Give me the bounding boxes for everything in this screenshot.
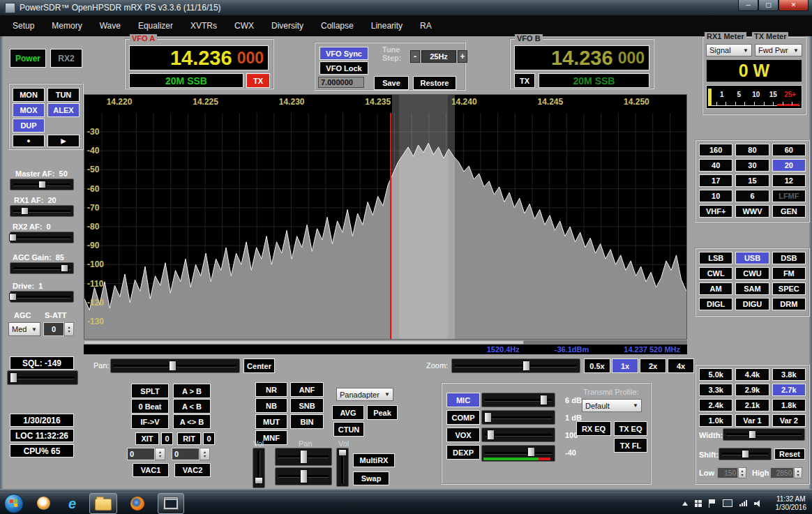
vac1-button[interactable]: VAC1 (133, 463, 169, 477)
mic-button[interactable]: MIC (446, 393, 480, 407)
slider-thumb[interactable] (9, 234, 17, 241)
anf-button[interactable]: ANF (290, 382, 324, 397)
filter-button-2.9k[interactable]: 2.9k (735, 384, 769, 396)
band-button-80[interactable]: 80 (735, 144, 769, 156)
speaker-icon[interactable] (754, 500, 762, 507)
bin-button[interactable]: BIN (290, 414, 324, 429)
if-to-v-button[interactable]: IF->V (131, 414, 169, 429)
mode-button-cwu[interactable]: CWU (735, 267, 769, 280)
mox-button[interactable]: MOX (13, 103, 45, 117)
mode-button-spec[interactable]: SPEC (772, 282, 806, 295)
taskbar-item-internet-explorer[interactable]: e (63, 494, 81, 513)
zero-beat-button[interactable]: 0 Beat (131, 399, 169, 414)
close-button[interactable]: ✕ (779, 0, 809, 11)
band-button-gen[interactable]: GEN (772, 205, 806, 218)
mode-button-fm[interactable]: FM (772, 267, 806, 280)
mode-button-drm[interactable]: DRM (772, 298, 806, 310)
menu-xvtrs[interactable]: XVTRs (190, 21, 217, 31)
sql-slider[interactable] (7, 370, 78, 385)
dexp-button[interactable]: DEXP (446, 445, 480, 460)
zoom-4x-button[interactable]: 4x (668, 358, 694, 373)
zoom-slider[interactable] (451, 358, 580, 373)
rit-button[interactable]: RIT (177, 432, 201, 445)
save-button[interactable]: Save (374, 76, 409, 90)
taskbar-item-firefox[interactable] (126, 494, 149, 513)
network-signal-icon[interactable] (739, 500, 747, 506)
a-to-b-button[interactable]: A > B (173, 384, 211, 398)
mode-button-digu[interactable]: DIGU (735, 298, 769, 310)
start-button[interactable] (4, 494, 24, 513)
rx2-button[interactable]: RX2 (50, 49, 82, 68)
filter-button-4.4k[interactable]: 4.4k (735, 368, 769, 381)
vfo-sync-button[interactable]: VFO Sync (319, 47, 368, 60)
nb-button[interactable]: NB (255, 398, 287, 413)
vol2-slider[interactable] (336, 448, 349, 487)
band-button-vhf+[interactable]: VHF+ (699, 205, 732, 218)
tune-step-minus-button[interactable]: - (410, 50, 420, 63)
filter-button-5.0k[interactable]: 5.0k (699, 368, 732, 381)
tune-step-plus-button[interactable]: + (458, 50, 467, 63)
slider-thumb[interactable] (61, 264, 68, 272)
transmit-profile-select[interactable]: Default▼ (582, 399, 642, 412)
slider-thumb[interactable] (540, 395, 548, 405)
band-button-10[interactable]: 10 (699, 190, 732, 202)
menu-memory[interactable]: Memory (52, 21, 82, 31)
vfo-lock-button[interactable]: VFO Lock (319, 61, 368, 75)
maximize-button[interactable]: ▢ (758, 0, 779, 11)
tx-fl-button[interactable]: TX FL (614, 438, 647, 453)
alex-button[interactable]: ALEX (47, 103, 80, 117)
filter-button-var-1[interactable]: Var 1 (735, 414, 769, 427)
mode-button-dsb[interactable]: DSB (772, 252, 806, 264)
band-button-wwv[interactable]: WWV (735, 205, 769, 218)
master-af-slider[interactable] (10, 179, 74, 190)
mon-button[interactable]: MON (13, 88, 45, 102)
dexp-slider[interactable] (481, 445, 555, 462)
slider-thumb[interactable] (169, 361, 176, 371)
filter-button-2.7k[interactable]: 2.7k (772, 384, 806, 396)
zoom-2x-button[interactable]: 2x (640, 358, 666, 373)
low-cut-spinner[interactable]: ▴▾ (738, 467, 746, 478)
s-att-spinner[interactable]: ▴▾ (64, 322, 74, 336)
drive-slider[interactable] (10, 291, 74, 303)
vac2-button[interactable]: VAC2 (174, 463, 211, 477)
rx1-meter-select[interactable]: Signal▼ (706, 44, 752, 56)
split-button[interactable]: SPLT (131, 384, 169, 398)
slider-thumb[interactable] (487, 430, 495, 440)
comp-button[interactable]: COMP (446, 410, 480, 425)
dup-button[interactable]: DUP (13, 119, 45, 133)
xit-button[interactable]: XIT (135, 432, 159, 445)
zoom-0-5x-button[interactable]: 0.5x (584, 358, 610, 373)
rx2-af-slider[interactable] (10, 232, 74, 243)
slider-thumb[interactable] (255, 477, 263, 484)
mode-button-usb[interactable]: USB (735, 252, 769, 264)
filter-button-1.8k[interactable]: 1.8k (772, 399, 806, 411)
slider-thumb[interactable] (484, 412, 492, 423)
minimize-button[interactable]: ─ (738, 0, 758, 11)
avg-button[interactable]: AVG (332, 405, 364, 420)
pan1-slider[interactable] (275, 448, 332, 466)
pan-slider[interactable] (110, 358, 240, 373)
s-att-value[interactable]: 0 (43, 322, 64, 336)
restore-button[interactable]: Restore (413, 76, 456, 90)
tx-meter-select[interactable]: Fwd Pwr▼ (755, 44, 802, 56)
menu-collapse[interactable]: Collapse (321, 21, 354, 31)
mode-button-sam[interactable]: SAM (735, 282, 769, 295)
spectrum-plot[interactable] (84, 95, 686, 339)
tun-button[interactable]: TUN (47, 88, 80, 102)
swap-button[interactable]: Swap (353, 471, 389, 485)
slider-thumb[interactable] (9, 293, 17, 301)
taskbar-item-powersdr[interactable] (158, 493, 184, 514)
xit-spinner[interactable]: ▴▾ (155, 448, 165, 460)
filter-button-var-2[interactable]: Var 2 (772, 414, 806, 427)
slider-thumb[interactable] (742, 450, 749, 458)
vfo-b-tx-button[interactable]: TX (514, 73, 535, 88)
agc-select[interactable]: Med▼ (8, 322, 40, 336)
menu-cwx[interactable]: CWX (234, 21, 254, 31)
filter-button-3.8k[interactable]: 3.8k (772, 368, 806, 381)
band-button-12[interactable]: 12 (772, 174, 806, 187)
band-button-20[interactable]: 20 (772, 159, 806, 172)
rx1-af-slider[interactable] (10, 205, 74, 217)
play-button[interactable]: ▶ (47, 135, 80, 147)
ctun-button[interactable]: CTUN (333, 422, 364, 437)
taskbar-clock[interactable]: 11:32 AM 1/30/2016 (776, 495, 807, 512)
